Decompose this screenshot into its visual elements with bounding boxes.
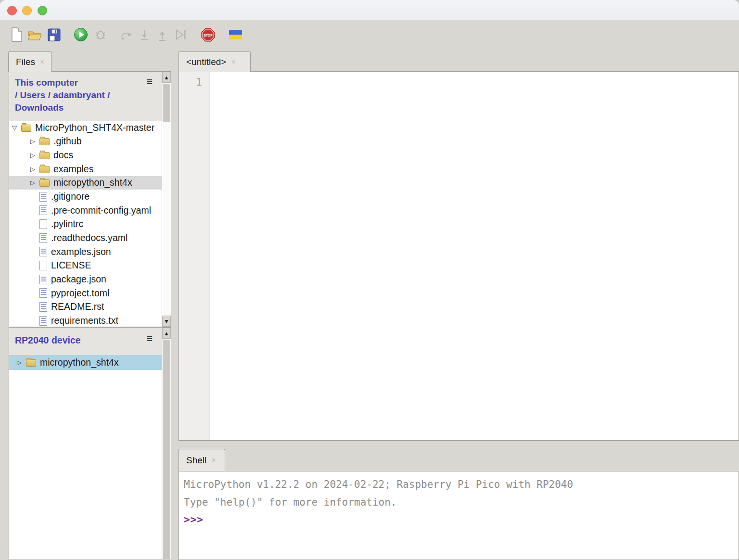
zoom-window-button[interactable] <box>38 6 47 15</box>
device-tree: ▷micropython_sht4x <box>9 355 162 370</box>
tree-row[interactable]: ▷examples <box>9 162 162 176</box>
scroll-up-button[interactable]: ▲ <box>162 72 171 83</box>
editor-tab[interactable]: <untitled> × <box>178 51 251 72</box>
ukraine-flag-icon <box>229 30 242 39</box>
resume-icon <box>174 28 187 41</box>
debug-icon <box>94 28 107 41</box>
scroll-thumb[interactable] <box>163 340 170 559</box>
step-out-button <box>154 26 170 43</box>
device-panel: RP2040 device ≡ ▷micropython_sht4x ▲ <box>9 327 171 560</box>
tree-row[interactable]: ▽MicroPython_SHT4X-master <box>9 121 162 135</box>
run-icon <box>74 27 88 42</box>
step-into-icon <box>138 28 151 41</box>
scroll-thumb[interactable] <box>163 84 170 122</box>
shell-line: Type "help()" for more information. <box>184 494 739 511</box>
folder-icon <box>26 359 36 367</box>
save-icon <box>48 28 61 41</box>
expand-arrow-icon[interactable]: ▷ <box>15 359 23 366</box>
folder-icon <box>21 125 31 132</box>
folder-icon <box>39 166 50 173</box>
expand-arrow-icon[interactable]: ▷ <box>29 165 37 173</box>
run-button[interactable] <box>73 26 89 43</box>
device-scrollbar[interactable]: ▲ <box>162 328 171 560</box>
scroll-down-button[interactable]: ▼ <box>162 316 171 327</box>
editor-content[interactable] <box>210 72 739 440</box>
tree-row[interactable]: .readthedocs.yaml <box>9 231 162 245</box>
tree-row-label: .pylintrc <box>51 218 83 229</box>
files-menu-button[interactable]: ≡ <box>146 76 153 87</box>
tree-row-label: .gitignore <box>51 191 89 202</box>
folder-icon <box>39 138 50 145</box>
shell-output[interactable]: MicroPython v1.22.2 on 2024-02-22; Raspb… <box>179 471 739 560</box>
expand-arrow-icon[interactable]: ▷ <box>29 152 37 159</box>
ukraine-flag-button[interactable] <box>227 26 243 43</box>
scroll-up-button[interactable]: ▲ <box>162 328 171 339</box>
breadcrumb: This computer / Users / adambryant / Dow… <box>9 72 171 121</box>
save-button[interactable] <box>46 26 62 43</box>
toolbar: STOP <box>0 21 739 50</box>
new-file-button[interactable] <box>9 26 25 43</box>
tab-close-icon[interactable]: × <box>211 457 216 464</box>
tree-row[interactable]: ▷.github <box>9 135 162 149</box>
expand-arrow-icon[interactable]: ▷ <box>29 138 37 145</box>
step-over-button <box>118 26 135 43</box>
file-icon <box>39 302 47 312</box>
line-number: 1 <box>179 76 209 89</box>
collapse-arrow-icon[interactable]: ▽ <box>11 124 18 131</box>
device-menu-button[interactable]: ≡ <box>146 333 153 344</box>
breadcrumb-line[interactable]: Downloads <box>15 102 165 114</box>
editor-tab-label: <untitled> <box>186 57 226 67</box>
file-icon <box>39 233 47 243</box>
tree-row-label: package.json <box>51 274 106 285</box>
minimize-window-button[interactable] <box>22 6 32 15</box>
tree-row[interactable]: ▷micropython_sht4x <box>9 176 162 190</box>
file-icon <box>39 219 47 229</box>
tree-row[interactable]: package.json <box>9 272 162 286</box>
folder-icon <box>39 152 50 159</box>
files-tab-label: Files <box>16 57 35 67</box>
tree-row[interactable]: .pylintrc <box>9 217 162 231</box>
tree-row[interactable]: ▷micropython_sht4x <box>9 355 162 370</box>
tree-row-label: micropython_sht4x <box>53 177 132 188</box>
shell-tab[interactable]: Shell × <box>178 449 225 471</box>
tree-row[interactable]: README.rst <box>9 300 162 314</box>
expand-arrow-icon[interactable]: ▷ <box>29 179 37 186</box>
tree-row-label: micropython_sht4x <box>40 357 119 368</box>
tree-row-label: examples <box>53 164 93 175</box>
tree-row-label: pyproject.toml <box>51 288 109 299</box>
tree-row[interactable]: requirements.txt <box>9 314 162 327</box>
shell: MicroPython v1.22.2 on 2024-02-22; Raspb… <box>178 471 739 560</box>
down-arrow-icon: ▼ <box>165 319 168 324</box>
step-out-icon <box>155 28 169 41</box>
tab-close-icon[interactable]: × <box>231 58 235 66</box>
resume-button <box>172 26 189 43</box>
file-icon <box>39 261 47 270</box>
breadcrumb-line[interactable]: This computer <box>15 76 165 89</box>
tree-row[interactable]: .gitignore <box>9 190 162 204</box>
tree-row-label: examples.json <box>51 246 111 257</box>
shell-tab-label: Shell <box>186 455 206 466</box>
close-window-button[interactable] <box>7 6 17 15</box>
tree-row[interactable]: ▷docs <box>9 148 162 162</box>
tree-row[interactable]: .pre-commit-config.yaml <box>9 204 162 217</box>
device-panel-header: RP2040 device ≡ <box>9 328 171 355</box>
device-panel-title: RP2040 device <box>15 335 81 346</box>
tree-row[interactable]: pyproject.toml <box>9 286 162 300</box>
stop-button[interactable]: STOP <box>200 26 216 43</box>
open-file-button[interactable] <box>26 26 43 43</box>
files-scrollbar[interactable]: ▲ ▼ <box>162 72 171 327</box>
tree-row[interactable]: LICENSE <box>9 259 162 273</box>
svg-text:STOP: STOP <box>204 33 213 37</box>
breadcrumb-line[interactable]: / Users / adambryant / <box>15 89 165 102</box>
step-over-icon <box>120 28 133 41</box>
files-tab[interactable]: Files × <box>8 51 51 72</box>
tab-close-icon[interactable]: × <box>40 58 44 66</box>
file-icon <box>39 247 47 256</box>
step-into-button <box>136 26 153 43</box>
file-icon <box>39 192 47 202</box>
tree-row-label: docs <box>53 150 73 161</box>
debug-button <box>92 26 109 43</box>
tree-row-label: LICENSE <box>51 260 91 271</box>
tree-row[interactable]: examples.json <box>9 245 162 259</box>
shell-prompt: >>> <box>184 511 739 528</box>
